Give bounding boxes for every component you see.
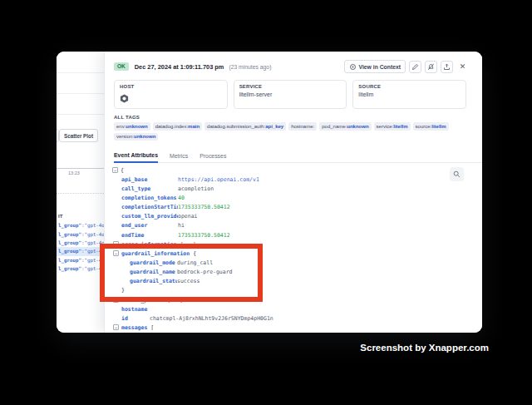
tag-key: source: xyxy=(416,124,432,130)
tab[interactable]: Processes xyxy=(200,153,226,162)
list-item[interactable]: l_group":"gpt-4o xyxy=(57,256,104,264)
tab[interactable]: Metrics xyxy=(170,153,188,162)
tag-pill[interactable]: source:litellm xyxy=(413,122,449,131)
json-row: +error_information{...} xyxy=(113,240,482,249)
row-key: l_group" xyxy=(58,258,81,263)
card-value: litellm-server xyxy=(239,91,342,97)
divider xyxy=(57,72,104,73)
tags-list: env:unknowndatadog.index:maindatadog.sub… xyxy=(114,122,466,141)
scatter-plot-button[interactable]: Scatter Plot xyxy=(59,129,98,142)
json-row: end_userhi xyxy=(121,221,482,230)
row-key: l_group" xyxy=(58,266,81,271)
view-in-context-button[interactable]: View in Context xyxy=(344,60,406,73)
expand-icon[interactable]: + xyxy=(113,241,119,247)
json-row: −messages[ xyxy=(113,323,482,332)
json-row: −{ xyxy=(112,165,482,175)
row-key: l_group" xyxy=(58,240,81,245)
json-row: custom_llm_provideropenai xyxy=(121,212,482,221)
json-key: id xyxy=(121,315,150,322)
panel-header: OK Dec 27, 2024 at 1:09:11.703 pm (23 mi… xyxy=(114,59,469,74)
tag-pill[interactable]: datadog.submission_auth:api_key xyxy=(204,122,286,131)
json-key: hidden_params xyxy=(121,297,164,304)
json-punctuation: {...} xyxy=(167,297,184,304)
watermark-caption: Screenshot by Xnapper.com xyxy=(360,343,489,353)
json-row: endTime1735333750.50412 xyxy=(121,230,482,240)
json-key: guardrail_information xyxy=(121,250,190,257)
json-value: during_call xyxy=(177,259,213,266)
row-value: :"gpt-4o xyxy=(81,266,104,271)
json-key: end_user xyxy=(121,222,178,229)
json-row: call_typeacompletion xyxy=(121,184,482,193)
collapse-icon[interactable]: − xyxy=(113,324,119,330)
event-timestamp-title: Dec 27, 2024 at 1:09:11.703 pm xyxy=(135,63,224,71)
list-item[interactable]: l_group":"gpt-4o xyxy=(57,247,104,255)
json-value[interactable]: https://api.openai.com/v1 xyxy=(178,176,259,183)
tag-pill[interactable]: pod_name:unknown xyxy=(319,122,371,131)
json-punctuation: } xyxy=(121,287,125,294)
tab[interactable]: Event Attributes xyxy=(114,152,158,163)
json-row: completionStartTime1735333750.50412 xyxy=(121,203,482,212)
pencil-icon xyxy=(411,63,419,71)
row-value: :"gpt-4o xyxy=(81,258,104,263)
tag-value: unknown xyxy=(134,134,155,140)
json-row: guardrail_namebedrock-pre-guard xyxy=(130,268,482,277)
tag-key: datadog.index: xyxy=(155,124,188,130)
list-item[interactable]: l_group":"gpt-4o xyxy=(57,264,104,273)
json-value: acompletion xyxy=(178,185,214,192)
row-key: l_group" xyxy=(58,223,81,228)
json-value: chatcmpl-Aj8rxhNLht9v2J6rSNYDmp4pH0G1n xyxy=(150,315,273,322)
tag-pill[interactable]: service:litellm xyxy=(374,122,411,131)
edit-button[interactable] xyxy=(409,61,421,73)
tag-value: unknown xyxy=(126,124,147,130)
tag-pill[interactable]: hostname: xyxy=(288,122,317,131)
tag-key: env: xyxy=(116,124,126,130)
relative-time: (23 minutes ago) xyxy=(229,64,271,70)
collapse-icon[interactable]: − xyxy=(112,167,118,173)
row-value: :"gpt-4o xyxy=(81,223,104,228)
json-key: messages xyxy=(121,324,147,331)
row-value: :"gpt-4o xyxy=(81,249,104,254)
json-row: hostname xyxy=(121,304,482,314)
tag-value: main xyxy=(188,124,200,130)
json-key: guardrail_name xyxy=(130,269,177,275)
background-explorer-panel: Scatter Plot 13:23 IT l_group":"gpt-4ol_… xyxy=(57,52,104,333)
json-row: api_basehttps://api.openai.com/v1 xyxy=(121,175,482,184)
tag-pill[interactable]: version:unknown xyxy=(114,133,158,141)
json-value: openai xyxy=(178,213,197,220)
json-key: endTime xyxy=(121,232,178,239)
tag-key: version: xyxy=(116,134,134,140)
json-value: 1735333750.50412 xyxy=(178,204,230,210)
row-key: l_group" xyxy=(58,232,81,237)
tag-pill[interactable]: env:unknown xyxy=(114,122,150,131)
event-attributes-json: −{api_basehttps://api.openai.com/v1call_… xyxy=(105,165,482,333)
json-punctuation: {...} xyxy=(180,241,197,248)
list-item[interactable]: l_group":"gpt-4o xyxy=(57,239,104,247)
json-value: 40 xyxy=(178,195,185,201)
mute-button[interactable] xyxy=(425,61,437,73)
event-detail-window: Scatter Plot 13:23 IT l_group":"gpt-4ol_… xyxy=(57,52,482,333)
row-key: l_group" xyxy=(58,249,81,254)
card-value: litellm xyxy=(358,91,461,97)
group-row-list: l_group":"gpt-4ol_group":"gpt-4ol_group"… xyxy=(57,221,104,273)
json-row: idchatcmpl-Aj8rxhNLht9v2J6rSNYDmp4pH0G1n xyxy=(121,314,482,323)
info-cards-row: HOST SERVICE litellm-server SOURCE litel… xyxy=(114,80,466,109)
close-icon: ✕ xyxy=(460,62,466,71)
list-item[interactable]: l_group":"gpt-4o xyxy=(57,230,104,238)
json-key: error_information xyxy=(121,241,177,248)
close-button[interactable]: ✕ xyxy=(456,61,469,73)
list-section-header: IT xyxy=(58,213,63,219)
list-item[interactable]: l_group":"gpt-4o xyxy=(57,221,104,230)
json-row: } xyxy=(121,286,482,295)
expand-icon[interactable]: + xyxy=(113,297,119,303)
collapse-icon[interactable]: − xyxy=(113,250,119,256)
json-row: guardrail_statussuccess xyxy=(130,277,482,286)
json-row: completion_tokens40 xyxy=(121,193,482,202)
json-value: bedrock-pre-guard xyxy=(177,269,233,275)
export-button[interactable] xyxy=(441,61,453,73)
json-key: guardrail_mode xyxy=(130,259,177,266)
tag-value: api_key xyxy=(265,124,283,130)
json-row: +hidden_params{...} xyxy=(113,295,482,304)
tabs-row: Event AttributesMetricsProcesses xyxy=(114,149,482,163)
event-detail-panel: OK Dec 27, 2024 at 1:09:11.703 pm (23 mi… xyxy=(104,52,482,333)
tag-pill[interactable]: datadog.index:main xyxy=(153,122,202,131)
